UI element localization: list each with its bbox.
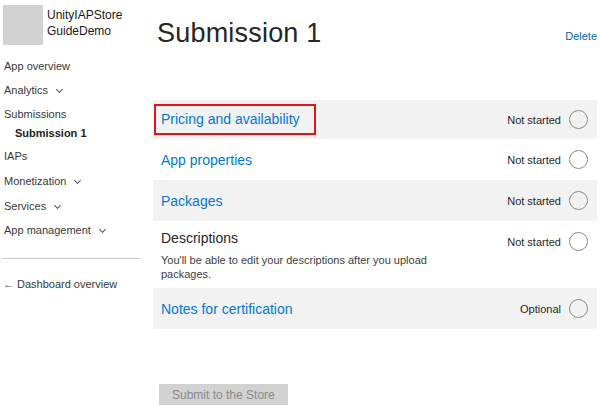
status-label: Not started <box>507 154 561 166</box>
sidebar-item-app-management[interactable]: App management <box>4 224 105 236</box>
app-properties-link[interactable]: App properties <box>161 152 252 168</box>
app-logo-placeholder <box>3 5 43 45</box>
status-circle-icon <box>569 150 588 169</box>
annotation-highlight-box: Pricing and availability <box>154 104 316 135</box>
status-group: Not started <box>507 191 588 210</box>
back-link-label: Dashboard overview <box>17 278 117 290</box>
descriptions-block: Descriptions You'll be able to edit your… <box>161 230 461 281</box>
sidebar-item-analytics[interactable]: Analytics <box>4 84 62 96</box>
checklist-row-app-properties: App properties Not started <box>153 139 597 180</box>
sidebar-item-label: App overview <box>4 60 70 72</box>
sidebar-item-monetization[interactable]: Monetization <box>4 175 80 187</box>
status-group: Not started <box>507 110 588 129</box>
sidebar-item-label: Services <box>4 200 46 212</box>
status-group: Not started <box>507 150 588 169</box>
sidebar-item-label: Monetization <box>4 175 66 187</box>
back-arrow-icon: ← <box>3 278 14 290</box>
dashboard-overview-link[interactable]: ←Dashboard overview <box>3 278 117 290</box>
sidebar-item-app-overview[interactable]: App overview <box>4 60 70 72</box>
sidebar-item-submission-1[interactable]: Submission 1 <box>15 127 87 139</box>
checklist-row-notes-for-certification: Notes for certification Optional <box>153 288 597 329</box>
status-circle-icon <box>569 232 588 251</box>
submit-to-store-button[interactable]: Submit to the Store <box>159 384 288 405</box>
page-title: Submission 1 <box>157 18 321 49</box>
status-circle-icon <box>569 191 588 210</box>
descriptions-title: Descriptions <box>161 230 461 246</box>
chevron-down-icon <box>54 202 61 209</box>
chevron-down-icon <box>74 177 81 184</box>
descriptions-note: You'll be able to edit your descriptions… <box>161 253 461 281</box>
chevron-down-icon <box>56 86 63 93</box>
checklist-row-pricing: Pricing and availability Not started <box>153 100 597 139</box>
sidebar-item-services[interactable]: Services <box>4 200 60 212</box>
sidebar: UnityIAPStore GuideDemo App overview Ana… <box>0 0 150 406</box>
app-name-line2: GuideDemo <box>47 23 122 39</box>
checklist-row-descriptions: Descriptions You'll be able to edit your… <box>153 221 597 288</box>
sidebar-item-label: Submissions <box>4 108 66 120</box>
status-label: Optional <box>520 303 561 315</box>
packages-link[interactable]: Packages <box>161 193 222 209</box>
sidebar-item-label: App management <box>4 224 91 236</box>
sidebar-item-iaps[interactable]: IAPs <box>4 150 27 162</box>
sidebar-item-submissions[interactable]: Submissions <box>4 108 66 120</box>
sidebar-item-label: Analytics <box>4 84 48 96</box>
pricing-and-availability-link[interactable]: Pricing and availability <box>161 111 300 127</box>
notes-for-certification-link[interactable]: Notes for certification <box>161 301 293 317</box>
app-name: UnityIAPStore GuideDemo <box>47 7 122 39</box>
delete-link[interactable]: Delete <box>565 30 597 42</box>
sidebar-divider <box>2 258 140 259</box>
status-group: Optional <box>520 299 588 318</box>
submission-checklist: Pricing and availability Not started App… <box>153 100 597 329</box>
status-group: Not started <box>507 232 588 251</box>
app-name-line1: UnityIAPStore <box>47 7 122 23</box>
status-circle-icon <box>569 299 588 318</box>
status-label: Not started <box>507 114 561 126</box>
page: UnityIAPStore GuideDemo App overview Ana… <box>0 0 600 406</box>
status-label: Not started <box>507 236 561 248</box>
sidebar-item-label: IAPs <box>4 150 27 162</box>
sidebar-item-label: Submission 1 <box>15 127 87 139</box>
status-label: Not started <box>507 195 561 207</box>
chevron-down-icon <box>99 226 106 233</box>
checklist-row-packages: Packages Not started <box>153 180 597 221</box>
status-circle-icon <box>569 110 588 129</box>
